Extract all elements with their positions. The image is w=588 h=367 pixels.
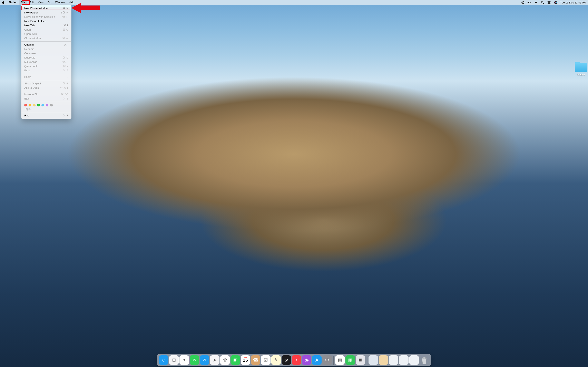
tag-color-dot[interactable]: [24, 104, 27, 106]
menu-item-label: Close Window: [24, 37, 41, 40]
file-menu-item-duplicate: Duplicate⌘ D: [21, 55, 71, 60]
svg-rect-3: [528, 2, 529, 3]
file-menu-item-new-tab[interactable]: New Tab⌘ T: [21, 23, 71, 27]
menu-item-label: Quick Look: [24, 65, 38, 68]
dock-app-facetime[interactable]: ▣: [231, 355, 240, 365]
menu-item-label: Move to Bin: [24, 93, 38, 96]
dock-app-messages[interactable]: ✉: [190, 355, 199, 365]
file-menu-item-new-folder-with-selection: New Folder with Selection^⌘ N: [21, 15, 71, 19]
tag-color-dot[interactable]: [50, 104, 53, 106]
battery-icon[interactable]: [527, 1, 531, 4]
wifi-icon[interactable]: [534, 1, 538, 4]
menu-item-label: New Folder: [24, 11, 38, 14]
file-menu-item-get-info[interactable]: Get Info⌘ I: [21, 43, 71, 47]
tag-color-dot[interactable]: [42, 104, 44, 106]
menu-item-shortcut: ^⌘ A: [62, 60, 68, 63]
file-menu-dropdown: New Finder Window⌘ NNew Folder⇧⌘ NNew Fo…: [21, 5, 71, 119]
dock-app-window-3[interactable]: [389, 355, 398, 365]
dock-separator: [333, 356, 334, 365]
dock-app-notes[interactable]: ✎: [271, 355, 281, 365]
menu-item-label: Compress: [24, 52, 36, 55]
menu-item-shortcut: ⌘ N: [63, 7, 68, 10]
menubar-clock[interactable]: Tue 15 Dec 12:46 PM: [560, 1, 586, 4]
menubar-app-name[interactable]: Finder: [7, 0, 19, 5]
tag-color-dot[interactable]: [37, 104, 40, 106]
file-menu-tags-row[interactable]: [21, 103, 71, 107]
dock-app-music[interactable]: ♪: [292, 355, 301, 365]
menu-item-shortcut: ⌘ O: [63, 28, 68, 31]
file-menu-item-quick-look: Quick Look⌘ Y: [21, 64, 71, 68]
file-menu-item-compress: Compress: [21, 51, 71, 55]
screen-record-icon[interactable]: [521, 1, 525, 4]
menu-item-label: Get Info: [24, 43, 34, 46]
folder-icon: [575, 63, 587, 72]
dock-app-window-4[interactable]: [399, 355, 408, 365]
dock-trash[interactable]: [420, 355, 429, 365]
menubar-item-file[interactable]: File: [19, 0, 27, 5]
file-menu-item-print: Print⌘ P: [21, 68, 71, 73]
dock-app-finder[interactable]: ☺: [159, 355, 168, 365]
menubar-item-view[interactable]: View: [36, 0, 45, 5]
file-menu-item-tags: Tags…: [21, 107, 71, 111]
dock-app-mail[interactable]: ✉: [200, 355, 209, 365]
menu-item-shortcut: ⌘ T: [63, 24, 68, 27]
file-menu-item-share: Share›: [21, 75, 71, 79]
file-menu-item-eject: Eject⌘ E: [21, 96, 71, 101]
dock-app-window-5[interactable]: [409, 355, 419, 365]
dock-app-calendar[interactable]: DEC15: [241, 355, 250, 365]
siri-icon[interactable]: [554, 1, 557, 4]
dock-app-maps[interactable]: ➤: [210, 355, 219, 365]
desktop-folder-label: Images: [574, 73, 588, 76]
dock-app-podcasts[interactable]: ◉: [302, 355, 311, 365]
control-center-icon[interactable]: [547, 1, 551, 4]
menubar-item-help[interactable]: Help: [67, 0, 76, 5]
tag-color-dot[interactable]: [29, 104, 31, 106]
dock-app-window-2[interactable]: [379, 355, 388, 365]
dock-app-safari[interactable]: ✦: [180, 355, 189, 365]
svg-point-9: [550, 3, 550, 3]
dock-app-virtualbox[interactable]: ▣: [356, 355, 365, 365]
menu-item-label: Rename: [24, 48, 34, 50]
tag-color-dot[interactable]: [46, 104, 48, 106]
dock-app-contacts[interactable]: ☎: [251, 355, 260, 365]
file-menu-item-close-window: Close Window⌘ W: [21, 36, 71, 40]
menu-item-label: Make Alias: [24, 60, 37, 63]
menubar-item-edit[interactable]: Edit: [27, 0, 36, 5]
dock-app-window-1[interactable]: [369, 355, 378, 365]
dock-app-tv[interactable]: tv: [282, 355, 291, 365]
dock-app-appstore[interactable]: A: [312, 355, 321, 365]
menu-item-label: Show Original: [24, 82, 41, 85]
file-menu-item-find[interactable]: Find⌘ F: [21, 113, 71, 118]
file-menu-item-new-finder-window[interactable]: New Finder Window⌘ N: [21, 6, 71, 10]
menu-item-label: New Smart Folder: [24, 20, 46, 23]
dock-app-preview[interactable]: ▤: [335, 355, 345, 365]
menu-item-shortcut: ⇧⌘ N: [61, 11, 69, 14]
menu-item-label: Print: [24, 69, 30, 72]
svg-line-5: [543, 3, 544, 4]
menu-item-label: Open: [24, 28, 31, 31]
spotlight-icon[interactable]: [541, 1, 544, 4]
menu-item-shortcut: ^⇧⌘ T: [60, 86, 68, 89]
file-menu-item-open-with: Open With›: [21, 32, 71, 36]
file-menu-item-new-smart-folder[interactable]: New Smart Folder: [21, 19, 71, 23]
menu-item-shortcut: ⌘ Y: [63, 65, 68, 68]
file-menu-item-new-folder[interactable]: New Folder⇧⌘ N: [21, 10, 71, 15]
chevron-right-icon: ›: [68, 33, 68, 35]
file-menu-item-move-to-bin: Move to Bin⌘ ⌫: [21, 92, 71, 96]
menu-item-shortcut: ⌘ R: [63, 82, 68, 85]
apple-menu-icon[interactable]: [2, 1, 5, 4]
menu-item-label: Eject: [24, 97, 30, 100]
menubar-item-go[interactable]: Go: [45, 0, 53, 5]
menu-item-shortcut: ⌘ ⌫: [61, 93, 68, 96]
menu-item-label: Duplicate: [24, 56, 35, 59]
dock-app-photos[interactable]: ✿: [220, 355, 230, 365]
dock-app-launchpad[interactable]: ⊞: [169, 355, 179, 365]
menu-item-label: New Finder Window: [24, 7, 48, 10]
tag-color-dot[interactable]: [33, 104, 35, 106]
menubar-item-window[interactable]: Window: [53, 0, 67, 5]
dock-app-reminders[interactable]: ☑: [261, 355, 270, 365]
dock-app-box-green[interactable]: ▦: [346, 355, 355, 365]
desktop-folder-images[interactable]: Images: [574, 63, 588, 76]
menu-separator: [21, 102, 71, 102]
dock-app-settings[interactable]: ⚙: [322, 355, 332, 365]
